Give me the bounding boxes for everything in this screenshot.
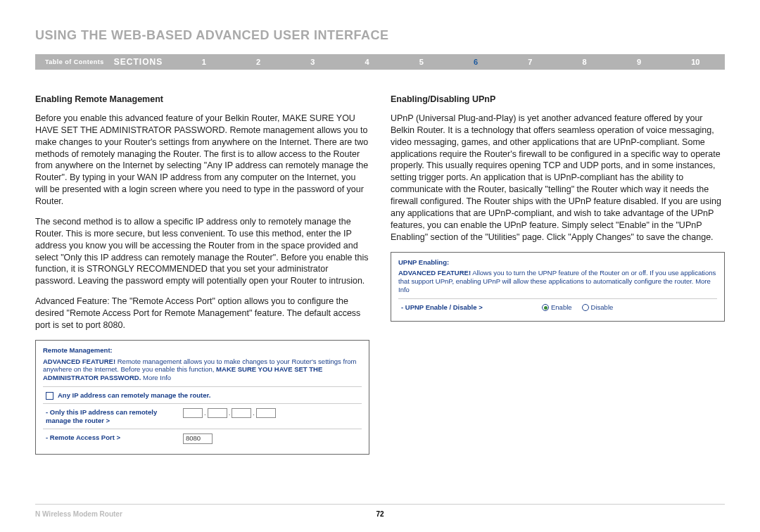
nav-num-4[interactable]: 4 <box>365 58 369 66</box>
enable-label: Enable <box>551 303 572 311</box>
ip-seg-4[interactable] <box>256 408 276 418</box>
radio-disable-icon <box>582 304 589 311</box>
onlyip-label: - Only this IP address can remotely mana… <box>46 408 183 426</box>
remote-panel-title: Remote Management: <box>43 346 362 355</box>
ip-input-group: ... <box>183 408 276 418</box>
remote-more-info-link[interactable]: More Info <box>143 374 171 381</box>
ip-seg-2[interactable] <box>208 408 227 418</box>
disable-label: Disable <box>591 303 614 311</box>
left-p3: Advanced Feature: The "Remote Access Por… <box>35 296 369 331</box>
upnp-panel-title: UPNP Enabling: <box>398 258 717 267</box>
nav-num-2[interactable]: 2 <box>256 58 260 66</box>
ip-seg-1[interactable] <box>183 408 203 418</box>
radio-enable-icon <box>542 304 549 311</box>
nav-num-8[interactable]: 8 <box>583 58 587 66</box>
upnp-options: Enable Disable <box>542 303 613 312</box>
anyip-checkbox[interactable] <box>46 392 53 400</box>
nav-num-9[interactable]: 9 <box>637 58 641 66</box>
remote-row-onlyip: - Only this IP address can remotely mana… <box>43 403 362 429</box>
upnp-panel-desc: ADVANCED FEATURE! Allows you to turn the… <box>398 269 717 294</box>
right-column: Enabling/Disabling UPnP UPnP (Universal … <box>391 94 725 455</box>
left-column: Enabling Remote Management Before you en… <box>35 94 369 455</box>
right-heading: Enabling/Disabling UPnP <box>391 94 725 106</box>
nav-num-5[interactable]: 5 <box>419 58 424 66</box>
upnp-desc-prefix: ADVANCED FEATURE! <box>398 269 471 277</box>
remote-row-port: - Remote Access Port > 8080 <box>43 429 362 447</box>
nav-num-7[interactable]: 7 <box>528 58 532 66</box>
port-input[interactable]: 8080 <box>183 433 213 444</box>
port-label: - Remote Access Port > <box>46 433 183 442</box>
nav-numbers: 1 2 3 4 5 6 7 8 9 10 <box>177 58 725 66</box>
nav-num-1[interactable]: 1 <box>202 58 206 66</box>
dot-3: . <box>251 409 256 417</box>
nav-num-3[interactable]: 3 <box>310 58 315 66</box>
upnp-disable-option[interactable]: Disable <box>582 303 614 312</box>
upnp-row: - UPNP Enable / Disable > Enable Disable <box>398 298 717 314</box>
remote-desc-prefix: ADVANCED FEATURE! <box>43 357 115 365</box>
left-heading: Enabling Remote Management <box>35 94 369 106</box>
footer: N Wireless Modem Router 72 <box>35 504 725 518</box>
upnp-row-label: - UPNP Enable / Disable > <box>401 303 542 312</box>
anyip-label: Any IP address can remotely manage the r… <box>58 391 210 400</box>
nav-sections-label: SECTIONS <box>114 57 177 67</box>
left-p1: Before you enable this advanced feature … <box>35 113 369 208</box>
ip-seg-3[interactable] <box>232 408 251 418</box>
dot-2: . <box>227 409 232 417</box>
remote-panel-desc: ADVANCED FEATURE! Remote management allo… <box>43 357 362 383</box>
remote-management-panel: Remote Management: ADVANCED FEATURE! Rem… <box>35 340 369 455</box>
upnp-panel: UPNP Enabling: ADVANCED FEATURE! Allows … <box>391 252 725 322</box>
dot-1: . <box>203 409 208 417</box>
nav-num-10[interactable]: 10 <box>691 58 699 66</box>
nav-toc[interactable]: Table of Contents <box>35 58 114 65</box>
content: Enabling Remote Management Before you en… <box>35 70 725 455</box>
nav-num-6[interactable]: 6 <box>474 58 478 66</box>
upnp-enable-option[interactable]: Enable <box>542 303 572 312</box>
page-number: 72 <box>376 510 384 518</box>
nav-bar: Table of Contents SECTIONS 1 2 3 4 5 6 7… <box>35 54 725 70</box>
right-p1: UPnP (Universal Plug-and-Play) is yet an… <box>391 113 725 243</box>
footer-product: N Wireless Modem Router <box>35 510 122 518</box>
page-title: USING THE WEB-BASED ADVANCED USER INTERF… <box>35 28 725 43</box>
remote-row-anyip: Any IP address can remotely manage the r… <box>43 386 362 403</box>
left-p2: The second method is to allow a specific… <box>35 216 369 287</box>
